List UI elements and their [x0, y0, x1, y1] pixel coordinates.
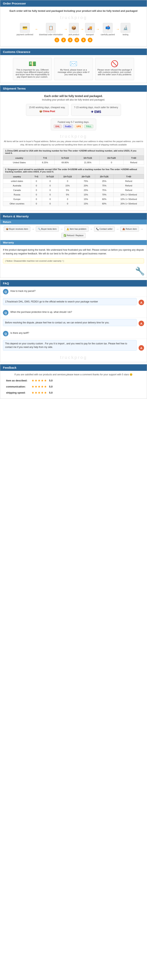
- num-3: 3: [68, 38, 73, 42]
- feedback-row-3: shipping speed: ★★★★★ 5.0: [0, 390, 147, 396]
- order-processer-section: Order Processer Each order will be fully…: [0, 0, 147, 46]
- shipment-sub-text: Including your product will also be full…: [3, 99, 144, 101]
- arrow-2: →: [64, 27, 68, 31]
- q-badge-1: Q: [3, 289, 8, 294]
- step-label-6: testing: [123, 33, 128, 36]
- num-4: 4: [74, 38, 79, 42]
- faq-item-2: Q When the purchase protection time is u…: [0, 307, 147, 328]
- warranty-sub-header: Warranty: [0, 240, 147, 245]
- transport-icon: 🚚: [85, 23, 95, 33]
- shipment-note: All items will be sent to buyer's Paypal…: [3, 140, 144, 146]
- china-post-label: 📦 China Post: [29, 110, 65, 113]
- shipping-option-3: Fastest way 5-7 working days. DHL FedEx …: [51, 119, 96, 130]
- cell-t5: 8.25%: [36, 160, 55, 165]
- shipment-main-text: Each order will be fully tested and pack…: [3, 94, 144, 98]
- cell-ru: Russia: [3, 192, 31, 197]
- arrow-1: →: [35, 27, 38, 31]
- return-warranty-section: Return & Warranty Return 📦 Buyer receive…: [0, 213, 147, 278]
- col-t60: T>60: [123, 156, 144, 160]
- step-label-2: download order information: [39, 33, 63, 36]
- testing-icon: 🔬: [121, 23, 130, 33]
- feedback-score-1: 5.0: [49, 379, 52, 382]
- faq-answer-row-1: 17tracktrack DHL, EMS, FEDEX go to the o…: [0, 297, 147, 307]
- faq-a-text-3: This depend on your country custom . For…: [3, 340, 137, 351]
- cell-t1015: 21.95%: [76, 160, 100, 165]
- process-step-2: 📋 download order information: [39, 23, 63, 36]
- t2-col-t5: T<5: [31, 175, 42, 179]
- customs-cards-container: 💵 This is important for you. Different c…: [0, 55, 147, 83]
- return-step-2: 🔍 Buyer tests item: [36, 226, 59, 232]
- feedback-header: Feedback: [0, 364, 147, 371]
- table2: country T<5 5<T≤10 10<T≤15 20<T≤25 25<T≤…: [3, 174, 144, 206]
- t2-col-t2025: 20<T≤25: [77, 175, 95, 179]
- table-row: Canada 005%25%75%Refund: [3, 188, 144, 192]
- toll-badge: TOLL: [84, 125, 93, 128]
- num-5: 5: [81, 38, 86, 42]
- faq-question-1: Q How to track my parcel?: [0, 286, 147, 297]
- col-t1520: 15<T≤20: [100, 156, 123, 160]
- faq-question-3: Q Is there any tariff?: [0, 328, 147, 339]
- step-label-1: payment confirmed: [17, 33, 33, 36]
- feedback-score-2: 5.0: [49, 385, 52, 388]
- shipping-option-1-title: 15-60 working days, cheapest way.: [29, 106, 65, 109]
- table-row: Other countries 00015%60%20% 1> 50refund: [3, 202, 144, 206]
- feedback-intro: If you are satisfied with our products a…: [0, 371, 147, 377]
- pack-icon: 📫: [103, 23, 112, 33]
- customs-card-3: 🚫 Please never refused the package if wi…: [95, 58, 134, 80]
- feedback-label-3: shipping speed:: [6, 391, 30, 394]
- col-t510: 5<T≤10: [55, 156, 76, 160]
- refuse-icon: 🚫: [97, 60, 132, 67]
- ups-badge: UPS: [75, 125, 83, 128]
- return-flow: 📦 Buyer receives item → 🔍 Buyer tests it…: [3, 226, 144, 238]
- return-arrow-4: →: [116, 228, 119, 231]
- table-row: united states 00075%25%Refund: [3, 179, 144, 183]
- col-country: country: [3, 156, 36, 160]
- return-arrow-3: →: [90, 228, 93, 231]
- shipping-options-container: 15-60 working days, cheapest way. 📦 Chin…: [3, 104, 144, 130]
- watermark: truckprog: [3, 14, 144, 21]
- pick-icon: 📦: [69, 23, 79, 33]
- faq-q-text-1: How to track my parcel?: [10, 289, 144, 293]
- table2-title: 2. Singapore post airmail to worldwide e…: [3, 167, 144, 174]
- process-step-1: 💳 payment confirmed: [17, 23, 33, 36]
- process-step-5: 📫 carefully packed: [101, 23, 115, 36]
- cell-eu: Europe: [3, 197, 31, 202]
- feedback-score-3: 5.0: [49, 391, 52, 394]
- shipping-option-2: 7-15 working days, much safer for delive…: [71, 104, 121, 116]
- num-2: 2: [61, 38, 66, 42]
- feedback-label-2: communication:: [6, 385, 30, 388]
- stars-3: ★★★★★: [32, 391, 47, 395]
- faq-section: FAQ Q How to track my parcel? 17tracktra…: [0, 280, 147, 362]
- feedback-section: Feedback If you are satisfied with our p…: [0, 364, 147, 399]
- faq-answer-row-2: Before resolving the dispute, please fee…: [0, 318, 147, 328]
- shipping-table-1: 1.China EMS airmail to USA with the trac…: [3, 148, 144, 165]
- t2-col-t510: 5<T≤10: [42, 175, 58, 179]
- table-row: Russia 005%15%70%10% 1> 50refund: [3, 192, 144, 197]
- order-processer-header: Order Processer: [0, 0, 147, 7]
- shipment-title: Shipment Terms: [3, 87, 25, 90]
- return-step-3: ⚠️ Item has problem: [64, 226, 89, 232]
- cell-t510: 69.80%: [55, 160, 76, 165]
- return-warranty-title: Return & Warranty: [3, 215, 29, 218]
- shipping-option-3-title: Fastest way 5-7 working days.: [54, 121, 93, 124]
- process-flow: 💳 payment confirmed → 📋 download order i…: [3, 23, 144, 36]
- faq-item-3: Q Is there any tariff? This depend on yo…: [0, 328, 147, 353]
- fast-carrier-logos: DHL FedEx UPS TOLL: [54, 125, 93, 128]
- feedback-title: Feedback: [3, 366, 16, 369]
- order-processer-content: Each order will be fully tested and pack…: [0, 7, 147, 46]
- step-label-3: pick product: [69, 33, 79, 36]
- faq-q-text-3: Is there any tariff?: [10, 331, 144, 334]
- return-warranty-header: Return & Warranty: [0, 213, 147, 220]
- col-t5: T<5: [36, 156, 55, 160]
- faq-item-1: Q How to track my parcel? 17tracktrack D…: [0, 286, 147, 307]
- download-icon: 📋: [46, 23, 56, 33]
- cell-au: Australia: [3, 183, 31, 188]
- shipment-terms-section: Shipment Terms Each order will be fully …: [0, 85, 147, 211]
- customs-card-2: ✉️ My friend, please leave us a message …: [54, 58, 93, 80]
- customs-title: Customs Clearance: [3, 50, 30, 54]
- return-sub-header: Return: [0, 220, 147, 224]
- t2-col-t1015: 10<T≤15: [58, 175, 77, 179]
- step-label-4: transport: [86, 33, 94, 36]
- t2-col-country: country: [3, 175, 31, 179]
- process-step-6: 🔬 testing: [121, 23, 130, 36]
